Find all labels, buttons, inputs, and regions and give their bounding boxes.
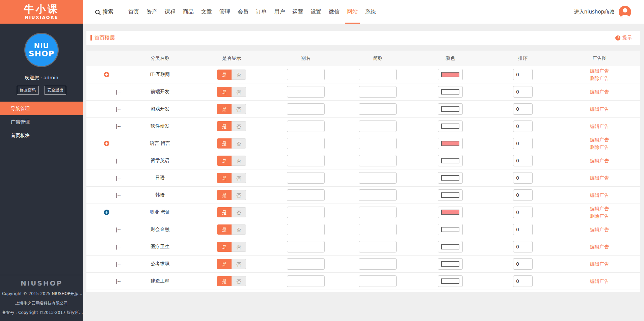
color-input[interactable] [438, 121, 463, 132]
sort-input[interactable] [513, 172, 533, 184]
sort-input[interactable] [513, 155, 533, 166]
color-input[interactable] [438, 69, 463, 80]
alias-input[interactable] [287, 275, 325, 287]
enter-mall-link[interactable]: 进入niushop商城 [574, 9, 614, 15]
color-input[interactable] [438, 207, 463, 218]
sort-input[interactable] [513, 138, 533, 149]
color-input[interactable] [438, 275, 463, 287]
alias-input[interactable] [287, 241, 325, 252]
user-avatar-icon[interactable] [619, 6, 631, 18]
color-input[interactable] [438, 155, 463, 166]
edit-ad-link[interactable]: 编辑广告 [590, 261, 609, 268]
short-name-input[interactable] [359, 69, 397, 80]
hint-control[interactable]: i 提示 [615, 35, 632, 41]
toggle-no[interactable]: 否 [232, 276, 246, 286]
toggle-no[interactable]: 否 [232, 173, 246, 183]
short-name-input[interactable] [359, 155, 397, 166]
alias-input[interactable] [287, 224, 325, 235]
color-input[interactable] [438, 86, 463, 98]
edit-ad-link[interactable]: 编辑广告 [590, 175, 609, 182]
nav-item-14[interactable]: 系统 [365, 0, 376, 24]
nav-item-7[interactable]: 会员 [238, 0, 248, 24]
edit-ad-link[interactable]: 编辑广告 [590, 157, 609, 164]
alias-input[interactable] [287, 207, 325, 218]
alias-input[interactable] [287, 86, 325, 98]
toggle-yes[interactable]: 是 [217, 190, 232, 200]
short-name-input[interactable] [359, 189, 397, 201]
sidebar-item-1[interactable]: 导航管理 [0, 102, 83, 115]
sort-input[interactable] [513, 258, 533, 270]
toggle-no[interactable]: 否 [232, 138, 246, 149]
nav-item-2[interactable]: 资产 [146, 0, 157, 24]
nav-item-13[interactable]: 网站 [347, 0, 358, 24]
sort-input[interactable] [513, 189, 533, 201]
toggle-yes[interactable]: 是 [217, 138, 232, 149]
toggle-no[interactable]: 否 [232, 207, 246, 217]
alias-input[interactable] [287, 258, 325, 270]
toggle-yes[interactable]: 是 [217, 242, 232, 252]
expand-icon[interactable]: + [104, 72, 109, 77]
alias-input[interactable] [287, 189, 325, 201]
nav-item-11[interactable]: 设置 [311, 0, 321, 24]
alias-input[interactable] [287, 155, 325, 166]
toggle-no[interactable]: 否 [232, 259, 246, 269]
sort-input[interactable] [513, 121, 533, 132]
short-name-input[interactable] [359, 275, 397, 287]
alias-input[interactable] [287, 172, 325, 184]
short-name-input[interactable] [359, 172, 397, 184]
color-input[interactable] [438, 224, 463, 235]
color-input[interactable] [438, 241, 463, 252]
logout-button[interactable]: 安全退出 [45, 86, 66, 95]
toggle-yes[interactable]: 是 [217, 276, 232, 286]
edit-ad-link[interactable]: 编辑广告 [590, 205, 609, 212]
expand-icon[interactable]: + [104, 210, 109, 215]
short-name-input[interactable] [359, 86, 397, 98]
toggle-yes[interactable]: 是 [217, 207, 232, 217]
toggle-no[interactable]: 否 [232, 156, 246, 166]
nav-item-1[interactable]: 首页 [128, 0, 139, 24]
delete-ad-link[interactable]: 删除广告 [590, 144, 609, 151]
edit-ad-link[interactable]: 编辑广告 [590, 88, 609, 96]
delete-ad-link[interactable]: 删除广告 [590, 213, 609, 220]
edit-ad-link[interactable]: 编辑广告 [590, 106, 609, 113]
color-input[interactable] [438, 258, 463, 270]
color-input[interactable] [438, 138, 463, 149]
toggle-yes[interactable]: 是 [217, 173, 232, 183]
edit-ad-link[interactable]: 编辑广告 [590, 136, 609, 143]
edit-ad-link[interactable]: 编辑广告 [590, 68, 609, 75]
short-name-input[interactable] [359, 241, 397, 252]
edit-ad-link[interactable]: 编辑广告 [590, 192, 609, 199]
edit-ad-link[interactable]: 编辑广告 [590, 243, 609, 250]
nav-item-9[interactable]: 用户 [274, 0, 285, 24]
short-name-input[interactable] [359, 258, 397, 270]
toggle-no[interactable]: 否 [232, 70, 246, 80]
edit-ad-link[interactable]: 编辑广告 [590, 226, 609, 233]
sort-input[interactable] [513, 241, 533, 252]
nav-item-12[interactable]: 微信 [329, 0, 340, 24]
alias-input[interactable] [287, 121, 325, 132]
toggle-yes[interactable]: 是 [217, 156, 232, 166]
alias-input[interactable] [287, 69, 325, 80]
toggle-yes[interactable]: 是 [217, 259, 232, 269]
alias-input[interactable] [287, 103, 325, 115]
nav-item-5[interactable]: 文章 [201, 0, 212, 24]
nav-item-10[interactable]: 运营 [292, 0, 303, 24]
edit-ad-link[interactable]: 编辑广告 [590, 278, 609, 285]
color-input[interactable] [438, 103, 463, 115]
toggle-no[interactable]: 否 [232, 121, 246, 131]
toggle-yes[interactable]: 是 [217, 87, 232, 97]
alias-input[interactable] [287, 138, 325, 149]
sort-input[interactable] [513, 69, 533, 80]
color-input[interactable] [438, 189, 463, 201]
toggle-yes[interactable]: 是 [217, 224, 232, 235]
short-name-input[interactable] [359, 103, 397, 115]
search-control[interactable]: 搜索 [95, 8, 113, 16]
sort-input[interactable] [513, 224, 533, 235]
short-name-input[interactable] [359, 121, 397, 132]
short-name-input[interactable] [359, 207, 397, 218]
nav-item-4[interactable]: 商品 [183, 0, 194, 24]
nav-item-3[interactable]: 课程 [165, 0, 176, 24]
nav-item-6[interactable]: 管理 [219, 0, 230, 24]
edit-ad-link[interactable]: 编辑广告 [590, 123, 609, 130]
sidebar-item-3[interactable]: 首页板块 [0, 129, 83, 142]
